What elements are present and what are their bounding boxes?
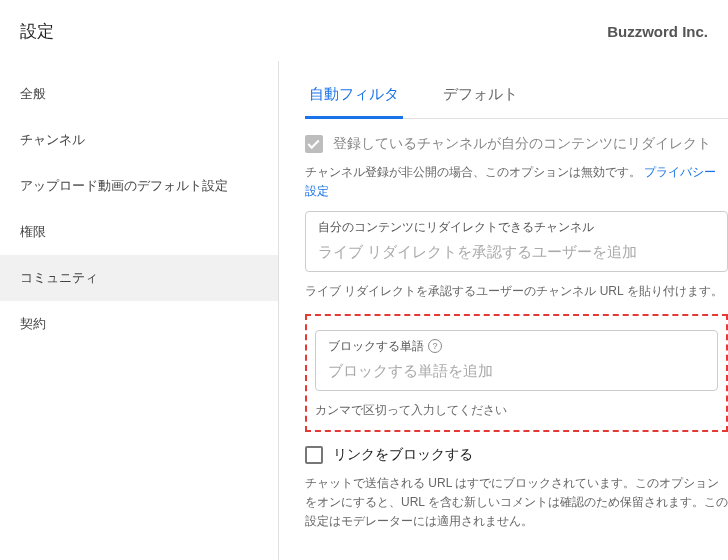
redirect-checkbox-label: 登録しているチャンネルが自分のコンテンツにリダイレクト [333,135,711,153]
sidebar-item-community[interactable]: コミュニティ [0,255,278,301]
help-icon[interactable]: ? [428,339,442,353]
sidebar-item-channel[interactable]: チャンネル [0,117,278,163]
sidebar-item-upload-defaults[interactable]: アップロード動画のデフォルト設定 [0,163,278,209]
sidebar-item-agreements[interactable]: 契約 [0,301,278,347]
brand-name: Buzzword Inc. [607,23,708,40]
redirect-help: チャンネル登録が非公開の場合、このオプションは無効です。 プライバシー設定 [305,163,728,201]
block-links-label: リンクをブロックする [333,446,473,464]
main-content: 自動フィルタ デフォルト 登録しているチャンネルが自分のコンテンツにリダイレクト… [278,61,728,560]
redirect-checkbox [305,135,323,153]
redirect-input[interactable] [318,243,715,260]
blocked-words-help: カンマで区切って入力してください [315,401,718,420]
blocked-words-label: ブロックする単語 ? [328,339,705,354]
page-title: 設定 [20,20,54,43]
sidebar: 全般 チャンネル アップロード動画のデフォルト設定 権限 コミュニティ 契約 [0,61,278,560]
sidebar-item-general[interactable]: 全般 [0,71,278,117]
tab-auto-filter[interactable]: 自動フィルタ [305,77,403,119]
block-links-help: チャットで送信される URL はすでにブロックされています。このオプションをオン… [305,474,728,532]
sidebar-item-permissions[interactable]: 権限 [0,209,278,255]
blocked-words-input[interactable] [328,362,705,379]
tabs: 自動フィルタ デフォルト [305,77,728,119]
redirect-input-box: 自分のコンテンツにリダイレクトできるチャンネル [305,211,728,272]
block-links-checkbox[interactable] [305,446,323,464]
tab-default[interactable]: デフォルト [439,77,522,119]
blocked-words-box: ブロックする単語 ? [315,330,718,391]
blocked-words-highlight: ブロックする単語 ? カンマで区切って入力してください [305,314,728,432]
redirect-help-below: ライブ リダイレクトを承認するユーザーのチャンネル URL を貼り付けます。 [305,282,728,301]
redirect-box-label: 自分のコンテンツにリダイレクトできるチャンネル [318,220,715,235]
